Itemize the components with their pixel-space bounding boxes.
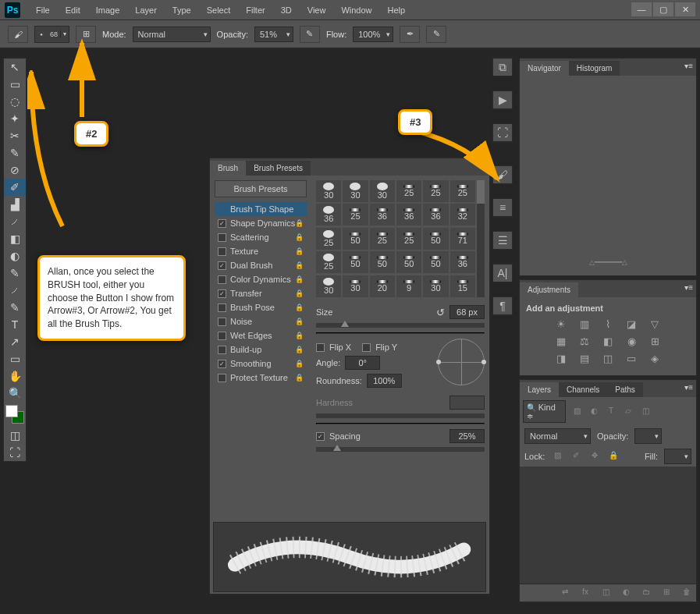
filter-type-icon[interactable]: T — [605, 406, 617, 417]
window-minimize-button[interactable]: — — [631, 2, 652, 16]
brush-tip[interactable]: 9 — [396, 275, 421, 297]
tab-navigator[interactable]: Navigator — [520, 61, 569, 76]
brush-tip[interactable]: 32 — [450, 204, 475, 225]
pressure-size-icon[interactable]: ✎ — [426, 26, 446, 43]
brush-option-dual-brush[interactable]: Dual Brush🔒 — [215, 258, 307, 272]
lock-icon[interactable]: 🔒 — [295, 346, 304, 353]
brush-tip[interactable]: 50 — [396, 251, 421, 273]
window-close-button[interactable]: ✕ — [675, 2, 695, 16]
color-swatch[interactable] — [5, 405, 24, 424]
bw-icon[interactable]: ◧ — [600, 335, 616, 347]
pressure-opacity-icon[interactable]: ✎ — [300, 26, 320, 43]
brush-tip[interactable]: 30 — [370, 180, 395, 202]
history-brush-tool[interactable]: ⟋ — [4, 213, 26, 230]
threshold-icon[interactable]: ◫ — [600, 352, 616, 364]
posterize-icon[interactable]: ▤ — [577, 352, 592, 364]
menu-window[interactable]: Window — [333, 2, 379, 18]
panel-menu-icon[interactable]: ▾≡ — [684, 283, 693, 292]
checkbox[interactable] — [218, 289, 226, 298]
lock-pixels-icon[interactable]: ✐ — [570, 451, 582, 462]
checkbox[interactable] — [218, 360, 226, 368]
zoom-slider-icon[interactable]: △━━━━━━━△ — [589, 258, 627, 266]
lock-icon[interactable]: 🔒 — [295, 374, 304, 382]
checkbox[interactable] — [218, 318, 226, 326]
spacing-slider[interactable] — [316, 447, 485, 452]
marquee-tool[interactable]: ▭ — [4, 76, 26, 93]
new-adjustment-icon[interactable]: ◐ — [620, 587, 632, 598]
lock-icon[interactable]: 🔒 — [295, 233, 304, 241]
brush-tip[interactable]: 36 — [316, 204, 341, 225]
filter-adjust-icon[interactable]: ◐ — [588, 406, 600, 417]
angle-input[interactable] — [345, 356, 380, 370]
character-tab-icon[interactable]: A| — [492, 264, 513, 282]
lock-icon[interactable]: 🔒 — [295, 247, 304, 255]
properties-tab-icon[interactable]: ⛶ — [492, 123, 513, 142]
size-slider[interactable] — [316, 323, 485, 328]
tab-brush-presets[interactable]: Brush Presets — [246, 161, 311, 176]
levels-icon[interactable]: ▥ — [577, 318, 592, 330]
lock-icon[interactable]: 🔒 — [295, 219, 304, 227]
brush-option-texture[interactable]: Texture🔒 — [215, 244, 307, 258]
lock-transparency-icon[interactable]: ▨ — [551, 451, 563, 462]
brush-tip[interactable]: 50 — [343, 228, 368, 250]
brush-tip[interactable]: 30 — [316, 275, 341, 297]
layer-fx-icon[interactable]: fx — [579, 587, 592, 598]
brush-option-shape-dynamics[interactable]: Shape Dynamics🔒 — [215, 216, 307, 230]
curves-icon[interactable]: ⌇ — [600, 318, 616, 330]
brush-tip[interactable]: 25 — [396, 228, 421, 250]
chevron-down-icon[interactable]: ▾ — [60, 30, 69, 37]
brush-tip[interactable]: 50 — [423, 251, 448, 273]
brightness-icon[interactable]: ☀ — [553, 318, 569, 330]
brush-option-noise[interactable]: Noise🔒 — [215, 314, 307, 328]
brush-tip[interactable]: 25 — [370, 228, 395, 250]
menu-view[interactable]: View — [300, 2, 334, 18]
history-tab-icon[interactable]: ⧉ — [492, 58, 513, 76]
gradient-tool[interactable]: ◐ — [4, 247, 26, 264]
spacing-input[interactable] — [449, 429, 485, 443]
panel-menu-icon[interactable]: ▾≡ — [684, 62, 693, 70]
tab-histogram[interactable]: Histogram — [569, 61, 620, 76]
channelmixer-icon[interactable]: ⊞ — [647, 335, 663, 347]
scrollbar[interactable] — [477, 180, 485, 297]
checkbox[interactable] — [218, 261, 226, 270]
lock-icon[interactable]: 🔒 — [295, 275, 304, 283]
menu-edit[interactable]: Edit — [58, 2, 88, 18]
brush-tip[interactable]: 30 — [316, 180, 341, 202]
brush-option-color-dynamics[interactable]: Color Dynamics🔒 — [215, 272, 307, 286]
hand-tool[interactable]: ✋ — [4, 367, 26, 385]
stamp-tool[interactable]: ▟ — [4, 196, 26, 213]
brush-tab-icon[interactable]: 🖌 — [492, 165, 513, 184]
quickmask-tool[interactable]: ◫ — [4, 427, 26, 444]
brush-tip[interactable]: 50 — [343, 251, 368, 273]
invert-icon[interactable]: ◨ — [553, 352, 569, 364]
flow-dropdown[interactable]: 100% — [353, 27, 393, 42]
move-tool[interactable]: ↖ — [4, 59, 26, 76]
menu-file[interactable]: File — [28, 2, 58, 18]
tab-channels[interactable]: Channels — [559, 382, 607, 397]
checkbox[interactable] — [218, 374, 226, 382]
scrollbar-thumb[interactable] — [477, 180, 485, 204]
reset-icon[interactable]: ↺ — [436, 307, 445, 318]
filter-smart-icon[interactable]: ◫ — [639, 406, 652, 417]
menu-type[interactable]: Type — [165, 2, 199, 18]
brush-tip[interactable]: 50 — [370, 251, 395, 273]
checkbox[interactable] — [218, 275, 226, 284]
brush-tip[interactable]: 25 — [396, 180, 421, 202]
brush-tip[interactable]: 30 — [423, 275, 448, 297]
brush-option-smoothing[interactable]: Smoothing🔒 — [215, 357, 307, 371]
magic-wand-tool[interactable]: ✦ — [4, 110, 26, 127]
brush-preset-picker[interactable]: ● 68 ▾ — [34, 26, 69, 43]
actions-tab-icon[interactable]: ▶ — [492, 91, 513, 109]
path-selection-tool[interactable]: ↗ — [4, 333, 26, 350]
brush-tip[interactable]: 15 — [450, 275, 475, 297]
menu-image[interactable]: Image — [88, 2, 128, 18]
lock-icon[interactable]: 🔒 — [295, 332, 304, 339]
lock-icon[interactable]: 🔒 — [295, 303, 304, 311]
blend-mode-dropdown[interactable]: Normal — [524, 428, 591, 444]
tool-preset-picker[interactable]: 🖌 — [8, 26, 28, 43]
crop-tool[interactable]: ✂ — [4, 127, 26, 144]
brush-tip[interactable]: 36 — [450, 251, 475, 273]
layer-filter-kind[interactable]: 🔍 Kind ≑ — [523, 400, 566, 423]
flipx-checkbox[interactable] — [316, 343, 325, 352]
brush-tip[interactable]: 25 — [343, 204, 368, 225]
